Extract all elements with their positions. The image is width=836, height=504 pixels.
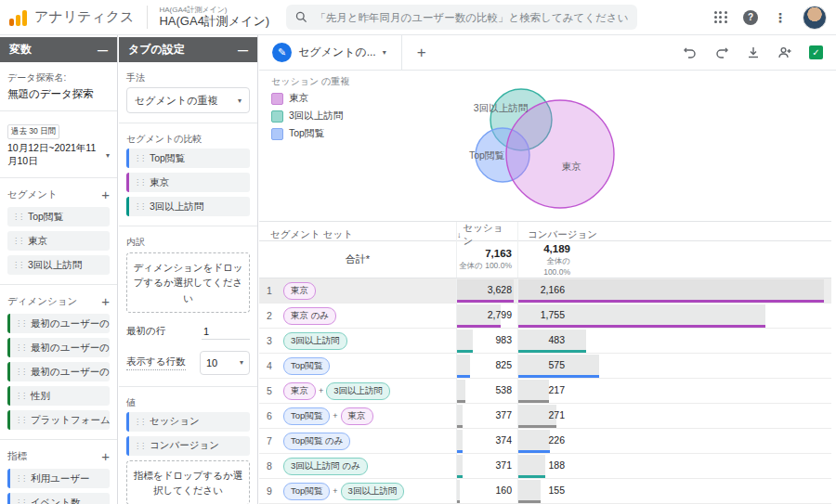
- sessions-bar: [457, 480, 460, 503]
- compare-segment-chip[interactable]: ⋮⋮東京: [126, 173, 250, 192]
- segment-compare-list: ⋮⋮Top閲覧⋮⋮東京⋮⋮3回以上訪問: [126, 149, 250, 216]
- sessions-cell: 2,799: [456, 304, 517, 328]
- breakdown-dropzone[interactable]: ディメンションをドロップするか選択してください: [126, 252, 250, 313]
- help-icon[interactable]: ?: [743, 10, 758, 25]
- row-count-select[interactable]: 10 ▾: [200, 351, 250, 375]
- table-row[interactable]: 83回以上訪問 のみ371188: [259, 454, 831, 479]
- technique-select[interactable]: セグメントの重複 ▾: [126, 87, 250, 113]
- segment-set-cell: 33回以上訪問: [259, 329, 456, 353]
- variables-panel-title: 変数: [9, 42, 32, 58]
- drag-handle-icon: ⋮⋮: [12, 237, 23, 245]
- legend-item: 3回以上訪問: [271, 110, 349, 123]
- variables-panel-body: データ探索名: 無題のデータ探索 過去 30 日間 10月12日~2021年11…: [0, 62, 117, 504]
- date-preset-badge: 過去 30 日間: [7, 124, 59, 139]
- table-row[interactable]: 6Top閲覧+東京377271: [259, 404, 831, 429]
- table-row[interactable]: 9Top閲覧+3回以上訪問160155: [259, 479, 831, 504]
- dimension-chip[interactable]: ⋮⋮プラットフォーム: [7, 410, 110, 430]
- dimension-chip[interactable]: ⋮⋮最初のユーザーの...: [7, 362, 110, 381]
- sessions-cell: 371: [456, 454, 517, 478]
- add-segment-icon[interactable]: +: [101, 187, 110, 201]
- venn-legend-title: セッション の重複: [271, 75, 349, 88]
- google-apps-icon[interactable]: [714, 11, 727, 24]
- minimize-icon[interactable]: —: [238, 45, 248, 56]
- add-tab-button[interactable]: +: [402, 44, 441, 62]
- metric-chip[interactable]: ⋮⋮利用ユーザー: [7, 469, 110, 488]
- table-row[interactable]: 7Top閲覧 のみ374226: [259, 429, 831, 454]
- venn-circle-label: Top閲覧: [469, 149, 504, 161]
- sessions-cell: 825: [456, 354, 517, 378]
- segment-pill: 東京: [341, 407, 373, 425]
- segment-chip[interactable]: ⋮⋮3回以上訪問: [7, 255, 110, 275]
- segment-set-cell: 6Top閲覧+東京: [259, 404, 456, 428]
- segment-pill: 3回以上訪問: [341, 483, 405, 500]
- total-conversions-cell: 4,189 全体の 100.0%: [517, 241, 831, 278]
- redo-icon[interactable]: [714, 45, 729, 60]
- date-range-selector[interactable]: 10月12日~2021年11月10日 ▾: [7, 142, 110, 168]
- tab-segment-overlap[interactable]: ✎ セグメントの... ▾: [272, 35, 402, 70]
- conversions-value: 2,166: [518, 278, 565, 300]
- table-row[interactable]: 1東京3,6282,166: [259, 278, 831, 304]
- table-row[interactable]: 2東京 のみ2,7991,755: [259, 304, 831, 329]
- drag-handle-icon: ⋮⋮: [15, 498, 26, 504]
- minimize-icon[interactable]: —: [98, 45, 108, 56]
- overflow-menu-icon[interactable]: ⋮: [774, 10, 787, 25]
- dimension-chip[interactable]: ⋮⋮最初のユーザーの...: [7, 314, 110, 333]
- legend-swatch: [271, 128, 283, 140]
- download-icon[interactable]: [746, 45, 761, 60]
- metric-chip[interactable]: ⋮⋮イベント数: [7, 493, 110, 504]
- dimensions-section-header: ディメンション +: [7, 294, 110, 308]
- undo-icon[interactable]: [683, 45, 698, 60]
- value-metric-chip[interactable]: ⋮⋮コンバージョン: [126, 436, 250, 456]
- row-rank: 8: [267, 460, 283, 472]
- compare-segment-label: Top閲覧: [150, 152, 185, 165]
- dimension-chip[interactable]: ⋮⋮最初のユーザーの...: [7, 338, 110, 357]
- share-user-icon[interactable]: [777, 45, 792, 60]
- table-row[interactable]: 33回以上訪問983483: [259, 329, 831, 354]
- dimension-chip[interactable]: ⋮⋮性別: [7, 386, 110, 406]
- sessions-value: 371: [495, 454, 512, 475]
- values-list: ⋮⋮セッション⋮⋮コンバージョン: [126, 412, 250, 456]
- segment-chip[interactable]: ⋮⋮東京: [7, 231, 110, 251]
- segment-compare-label: セグメントの比較: [126, 133, 250, 146]
- add-dimension-icon[interactable]: +: [101, 294, 110, 308]
- analytics-logo-icon[interactable]: [9, 9, 27, 26]
- segments-label: セグメント: [7, 188, 58, 201]
- drag-handle-icon: ⋮⋮: [15, 392, 26, 400]
- sessions-cell: 538: [456, 379, 517, 403]
- venn-circle-label: 3回以上訪問: [474, 102, 528, 113]
- legend-item: 東京: [271, 92, 349, 105]
- table-row[interactable]: 5東京+3回以上訪問538217: [259, 379, 831, 404]
- export-sheets-icon[interactable]: ✓: [809, 45, 823, 59]
- sessions-value: 983: [495, 329, 512, 350]
- sessions-value: 377: [495, 404, 512, 425]
- venn-circle-東京[interactable]: [506, 100, 614, 208]
- search-bar[interactable]: [286, 5, 637, 30]
- search-input[interactable]: [315, 12, 628, 23]
- compare-segment-chip[interactable]: ⋮⋮Top閲覧: [126, 149, 250, 168]
- add-metric-icon[interactable]: +: [101, 449, 110, 463]
- row-count-label: 表示する行数: [126, 355, 186, 370]
- exploration-name-value[interactable]: 無題のデータ探索: [7, 87, 110, 101]
- compare-segment-label: 3回以上訪問: [150, 200, 203, 213]
- conversions-cell: 217: [517, 379, 831, 403]
- tab-settings-panel: タブの設定 — 手法 セグメントの重複 ▾ セグメントの比較 ⋮⋮Top閲覧⋮⋮…: [119, 35, 258, 504]
- table-row[interactable]: 4Top閲覧825575: [259, 354, 831, 379]
- user-avatar[interactable]: [803, 6, 827, 30]
- drag-handle-icon: ⋮⋮: [134, 178, 145, 187]
- exploration-canvas: セッション の重複 東京3回以上訪問Top閲覧 3回以上訪問Top閲覧東京 セグ…: [259, 71, 836, 504]
- segment-chip[interactable]: ⋮⋮Top閲覧: [7, 207, 110, 226]
- metric-chip-label: 利用ユーザー: [31, 472, 90, 485]
- value-metric-chip[interactable]: ⋮⋮セッション: [126, 412, 250, 432]
- compare-segment-chip[interactable]: ⋮⋮3回以上訪問: [126, 197, 250, 216]
- drag-handle-icon: ⋮⋮: [12, 213, 23, 221]
- dimension-chip-label: 性別: [31, 390, 50, 403]
- segment-pill: 東京 のみ: [283, 307, 336, 325]
- sessions-value: 538: [495, 379, 512, 400]
- divider: [0, 110, 117, 111]
- property-selector[interactable]: HA(GA4計測メイン) HA(GA4計測メイン): [147, 6, 269, 28]
- first-row-input[interactable]: 1: [202, 324, 250, 340]
- conversions-value: 575: [518, 354, 565, 375]
- metric-dropzone[interactable]: 指標をドロップするか選択してください: [126, 460, 250, 504]
- total-sessions-percent: 全体の 100.0%: [459, 261, 512, 272]
- plus-separator: +: [333, 411, 337, 420]
